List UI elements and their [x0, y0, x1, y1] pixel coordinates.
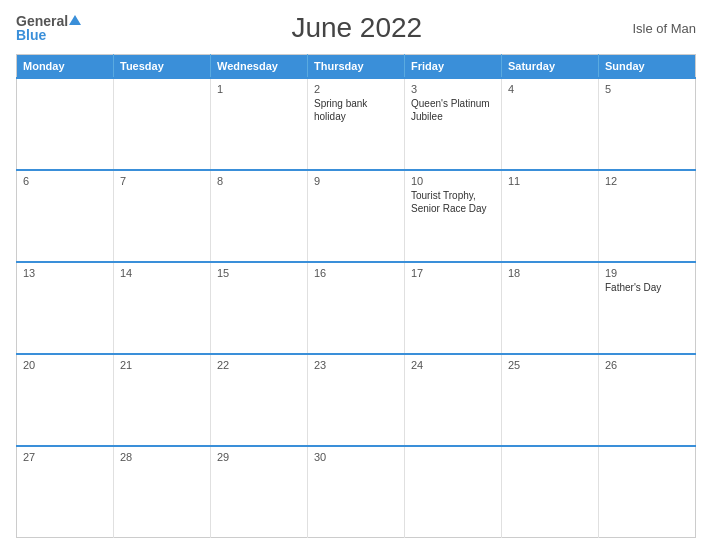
calendar-cell: 12 — [599, 170, 696, 262]
calendar-page: General Blue June 2022 Isle of Man Monda… — [0, 0, 712, 550]
calendar-cell: 3Queen's Platinum Jubilee — [405, 78, 502, 170]
calendar-cell: 8 — [211, 170, 308, 262]
day-number: 10 — [411, 175, 495, 187]
calendar-cell: 23 — [308, 354, 405, 446]
event-label: Queen's Platinum Jubilee — [411, 98, 490, 122]
calendar-week-row: 20212223242526 — [17, 354, 696, 446]
calendar-cell — [502, 446, 599, 538]
calendar-cell: 11 — [502, 170, 599, 262]
day-number: 21 — [120, 359, 204, 371]
day-number: 9 — [314, 175, 398, 187]
calendar-header-row: Monday Tuesday Wednesday Thursday Friday… — [17, 55, 696, 79]
calendar-cell: 7 — [114, 170, 211, 262]
calendar-cell: 18 — [502, 262, 599, 354]
day-number: 28 — [120, 451, 204, 463]
calendar-cell: 10Tourist Trophy, Senior Race Day — [405, 170, 502, 262]
day-number: 26 — [605, 359, 689, 371]
calendar-body: 12Spring bank holiday3Queen's Platinum J… — [17, 78, 696, 538]
day-number: 8 — [217, 175, 301, 187]
logo-general-text: General — [16, 14, 68, 28]
calendar-cell: 4 — [502, 78, 599, 170]
day-number: 7 — [120, 175, 204, 187]
calendar-cell: 16 — [308, 262, 405, 354]
logo-blue-text: Blue — [16, 28, 46, 42]
calendar-cell — [17, 78, 114, 170]
logo: General Blue — [16, 14, 81, 42]
calendar-cell: 22 — [211, 354, 308, 446]
calendar-table: Monday Tuesday Wednesday Thursday Friday… — [16, 54, 696, 538]
calendar-cell — [114, 78, 211, 170]
calendar-cell: 27 — [17, 446, 114, 538]
event-label: Tourist Trophy, Senior Race Day — [411, 190, 487, 214]
calendar-cell: 2Spring bank holiday — [308, 78, 405, 170]
day-number: 1 — [217, 83, 301, 95]
day-number: 5 — [605, 83, 689, 95]
day-number: 3 — [411, 83, 495, 95]
month-title: June 2022 — [81, 12, 632, 44]
day-number: 30 — [314, 451, 398, 463]
day-number: 15 — [217, 267, 301, 279]
day-number: 12 — [605, 175, 689, 187]
day-number: 11 — [508, 175, 592, 187]
day-number: 25 — [508, 359, 592, 371]
calendar-cell: 21 — [114, 354, 211, 446]
calendar-week-row: 13141516171819Father's Day — [17, 262, 696, 354]
col-tuesday: Tuesday — [114, 55, 211, 79]
calendar-cell: 30 — [308, 446, 405, 538]
col-monday: Monday — [17, 55, 114, 79]
day-number: 27 — [23, 451, 107, 463]
day-number: 19 — [605, 267, 689, 279]
calendar-cell — [599, 446, 696, 538]
col-thursday: Thursday — [308, 55, 405, 79]
day-number: 6 — [23, 175, 107, 187]
calendar-cell: 25 — [502, 354, 599, 446]
calendar-cell: 28 — [114, 446, 211, 538]
calendar-cell: 5 — [599, 78, 696, 170]
logo-triangle-icon — [69, 15, 81, 25]
calendar-week-row: 27282930 — [17, 446, 696, 538]
day-number: 4 — [508, 83, 592, 95]
calendar-cell: 15 — [211, 262, 308, 354]
calendar-cell: 24 — [405, 354, 502, 446]
day-number: 16 — [314, 267, 398, 279]
calendar-cell: 19Father's Day — [599, 262, 696, 354]
header: General Blue June 2022 Isle of Man — [16, 12, 696, 44]
col-saturday: Saturday — [502, 55, 599, 79]
calendar-week-row: 678910Tourist Trophy, Senior Race Day111… — [17, 170, 696, 262]
calendar-week-row: 12Spring bank holiday3Queen's Platinum J… — [17, 78, 696, 170]
calendar-cell: 9 — [308, 170, 405, 262]
day-number: 14 — [120, 267, 204, 279]
calendar-cell: 14 — [114, 262, 211, 354]
event-label: Spring bank holiday — [314, 98, 367, 122]
calendar-cell: 13 — [17, 262, 114, 354]
day-number: 13 — [23, 267, 107, 279]
day-number: 22 — [217, 359, 301, 371]
event-label: Father's Day — [605, 282, 661, 293]
calendar-cell: 6 — [17, 170, 114, 262]
calendar-cell: 20 — [17, 354, 114, 446]
col-sunday: Sunday — [599, 55, 696, 79]
calendar-cell: 1 — [211, 78, 308, 170]
region-label: Isle of Man — [632, 21, 696, 36]
day-number: 23 — [314, 359, 398, 371]
col-wednesday: Wednesday — [211, 55, 308, 79]
calendar-cell: 26 — [599, 354, 696, 446]
day-number: 18 — [508, 267, 592, 279]
calendar-cell: 17 — [405, 262, 502, 354]
calendar-cell — [405, 446, 502, 538]
day-number: 20 — [23, 359, 107, 371]
day-number: 2 — [314, 83, 398, 95]
day-number: 24 — [411, 359, 495, 371]
day-number: 29 — [217, 451, 301, 463]
day-number: 17 — [411, 267, 495, 279]
col-friday: Friday — [405, 55, 502, 79]
calendar-cell: 29 — [211, 446, 308, 538]
